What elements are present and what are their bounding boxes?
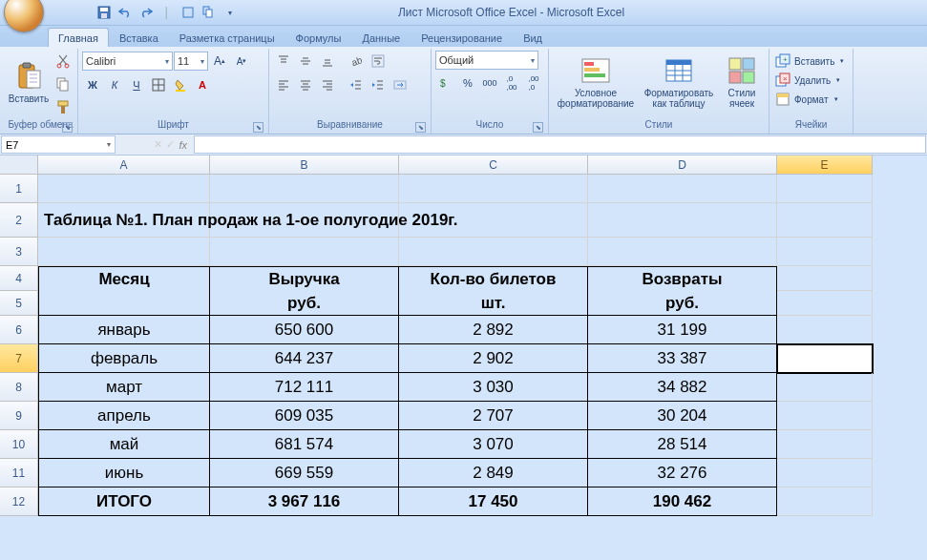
increase-indent-icon[interactable] [368, 74, 389, 95]
dialog-launcher-icon[interactable]: ⬊ [253, 122, 263, 133]
redo-icon[interactable] [137, 4, 155, 21]
cell[interactable]: 3 967 116 [210, 487, 399, 516]
row-header[interactable]: 10 [0, 430, 38, 459]
cell[interactable] [777, 266, 873, 291]
underline-button[interactable]: Ч [126, 74, 147, 95]
dialog-launcher-icon[interactable]: ⬊ [533, 122, 543, 133]
wrap-text-icon[interactable] [368, 51, 389, 72]
tab-home[interactable]: Главная [48, 28, 109, 47]
currency-icon[interactable]: $ [435, 73, 456, 93]
fill-color-button[interactable] [170, 74, 191, 95]
font-color-button[interactable]: A [192, 74, 213, 95]
cell[interactable]: 2 707 [399, 402, 588, 430]
italic-button[interactable]: К [104, 74, 125, 95]
cell[interactable]: 2 849 [399, 459, 588, 487]
cell[interactable] [777, 175, 873, 203]
format-cells-button[interactable]: Формат▾ [773, 91, 846, 108]
align-top-icon[interactable] [273, 51, 294, 72]
increase-decimal-icon[interactable]: ,0,00 [501, 73, 522, 93]
name-box[interactable]: E7▾ [1, 135, 116, 154]
align-right-icon[interactable] [317, 74, 338, 95]
cell[interactable] [38, 175, 210, 203]
cell[interactable]: Возвраты [588, 266, 777, 291]
decrease-decimal-icon[interactable]: ,00,0 [523, 73, 544, 93]
cell[interactable]: 669 559 [210, 459, 399, 487]
delete-cells-button[interactable]: × Удалить▾ [773, 72, 846, 89]
row-header[interactable]: 5 [0, 291, 38, 316]
column-header[interactable]: E [777, 156, 873, 175]
cell[interactable] [210, 175, 399, 203]
align-bottom-icon[interactable] [317, 51, 338, 72]
cell[interactable]: 2 892 [399, 316, 588, 344]
cell[interactable]: май [38, 430, 210, 459]
merge-cells-icon[interactable] [390, 74, 411, 95]
cell[interactable] [777, 203, 873, 238]
cell[interactable]: 17 450 [399, 487, 588, 516]
cell[interactable] [588, 203, 777, 238]
cut-icon[interactable] [53, 51, 74, 72]
column-header[interactable]: D [588, 156, 777, 175]
qat-btn[interactable] [179, 4, 197, 21]
cell[interactable]: 34 882 [588, 373, 777, 402]
formula-input[interactable] [194, 135, 926, 154]
bold-button[interactable]: Ж [82, 74, 103, 95]
qat-btn[interactable] [200, 4, 218, 21]
cell[interactable]: 3 070 [399, 430, 588, 459]
cell[interactable] [777, 373, 873, 402]
cell-styles-button[interactable]: Стили ячеек [719, 51, 765, 114]
cell[interactable] [777, 291, 873, 316]
row-header[interactable]: 7 [0, 344, 38, 373]
cell[interactable]: 33 387 [588, 344, 777, 373]
cell[interactable]: апрель [38, 402, 210, 430]
comma-icon[interactable]: 000 [479, 73, 500, 93]
cell[interactable] [399, 203, 588, 238]
cell[interactable] [777, 344, 873, 373]
cell[interactable]: 609 035 [210, 402, 399, 430]
column-header[interactable]: A [38, 156, 210, 175]
cell[interactable] [588, 238, 777, 266]
number-format-combo[interactable]: Общий▾ [435, 51, 538, 70]
cell[interactable]: 644 237 [210, 344, 399, 373]
align-left-icon[interactable] [273, 74, 294, 95]
undo-icon[interactable] [116, 4, 134, 21]
cell[interactable]: Выручка [210, 266, 399, 291]
cell[interactable] [38, 291, 210, 316]
row-header[interactable]: 6 [0, 316, 38, 344]
cell[interactable]: Кол-во билетов [399, 266, 588, 291]
row-header[interactable]: 8 [0, 373, 38, 402]
format-as-table-button[interactable]: Форматировать как таблицу [642, 51, 716, 114]
row-header[interactable]: 11 [0, 459, 38, 487]
row-header[interactable]: 9 [0, 402, 38, 430]
tab-review[interactable]: Рецензирование [411, 28, 513, 47]
cell[interactable]: 712 111 [210, 373, 399, 402]
cell[interactable] [210, 238, 399, 266]
cell[interactable]: Месяц [38, 266, 210, 291]
cell[interactable]: 681 574 [210, 430, 399, 459]
font-size-combo[interactable]: 11▾ [174, 52, 208, 71]
decrease-font-icon[interactable]: A▾ [231, 51, 252, 72]
cell[interactable]: январь [38, 316, 210, 344]
cell[interactable]: руб. [210, 291, 399, 316]
cell[interactable] [777, 402, 873, 430]
tab-view[interactable]: Вид [513, 28, 553, 47]
border-button[interactable] [148, 74, 169, 95]
cell[interactable] [777, 238, 873, 266]
copy-icon[interactable] [53, 73, 74, 94]
conditional-formatting-button[interactable]: Условное форматирование [553, 51, 639, 114]
cell[interactable]: 32 276 [588, 459, 777, 487]
cell[interactable]: 28 514 [588, 430, 777, 459]
cell[interactable] [588, 175, 777, 203]
cell[interactable] [38, 238, 210, 266]
qat-customize-icon[interactable]: ▾ [221, 4, 239, 21]
align-center-icon[interactable] [295, 74, 316, 95]
select-all-button[interactable] [0, 156, 38, 175]
cell[interactable]: 2 902 [399, 344, 588, 373]
insert-function-icon[interactable]: fx [179, 139, 187, 151]
align-middle-icon[interactable] [295, 51, 316, 72]
save-icon[interactable] [95, 4, 113, 21]
row-header[interactable]: 4 [0, 266, 38, 291]
cell[interactable] [777, 487, 873, 516]
cell[interactable]: 190 462 [588, 487, 777, 516]
column-header[interactable]: C [399, 156, 588, 175]
cell[interactable]: 30 204 [588, 402, 777, 430]
